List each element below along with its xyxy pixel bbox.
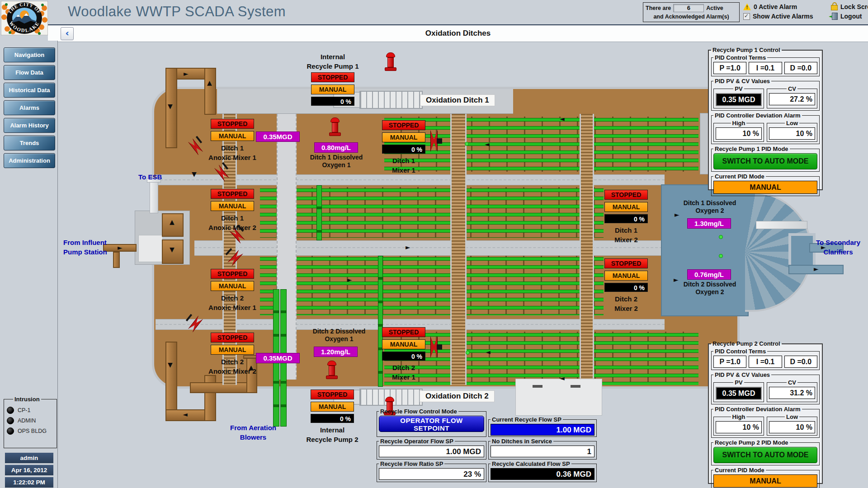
- label-line: To Secondary: [808, 238, 868, 247]
- pid-i-field[interactable]: I =0.1: [749, 356, 782, 368]
- recycle-flow-ratio-sp-group: Recycle Flow Ratio SP 23 %: [377, 460, 486, 482]
- pid-mode-group: Recycle Pump 2 PID Mode SWITCH TO AUTO M…: [711, 439, 820, 465]
- speed-box[interactable]: 0 %: [311, 97, 354, 106]
- label-line: Ditch 1 Dissolved: [675, 199, 744, 207]
- ditch1-do2-label: Ditch 1 Dissolved Oxygen 2: [675, 199, 744, 215]
- status-box[interactable]: STOPPED: [211, 189, 254, 199]
- label-line: Mixer 1: [370, 372, 438, 382]
- mode-box[interactable]: MANUAL: [311, 84, 354, 94]
- speed-box[interactable]: 0 %: [382, 145, 425, 154]
- sidebar-item-historical-data[interactable]: Historical Data: [4, 83, 55, 98]
- mode-box[interactable]: MANUAL: [382, 339, 425, 349]
- group-title: PID Controller Deviation Alarm: [713, 112, 802, 119]
- pid-d-field[interactable]: D =0.0: [784, 356, 817, 368]
- label-line: Anoxic Mixer 2: [198, 366, 266, 376]
- recycle-flow-ratio-sp-field[interactable]: 23 %: [379, 468, 484, 480]
- deviation-high-field[interactable]: 10 %: [716, 127, 762, 140]
- cv-label: CV: [787, 379, 797, 386]
- speed-box[interactable]: 0 %: [311, 414, 354, 423]
- sidebar-item-flow-data[interactable]: Flow Data: [4, 65, 55, 80]
- ditch1-do2-badge: 1.30mg/L: [687, 218, 731, 229]
- status-box[interactable]: STOPPED: [211, 119, 254, 129]
- alarm-count-field[interactable]: 6: [673, 4, 704, 12]
- mode-box[interactable]: MANUAL: [604, 202, 648, 212]
- current-recycle-flow-sp-value: 1.00 MGD: [491, 424, 594, 436]
- lock-screen[interactable]: Lock Screen: [831, 3, 868, 10]
- mode-box[interactable]: MANUAL: [211, 345, 254, 355]
- flow-arrow-right: ►: [118, 244, 123, 251]
- recycle-operator-flow-sp-field[interactable]: 1.00 MGD: [379, 446, 484, 457]
- status-box[interactable]: STOPPED: [311, 72, 354, 82]
- do-probe-ditch1-icon: [329, 117, 341, 136]
- sidebar-item-administration[interactable]: Administration: [4, 153, 55, 168]
- group-title: Recycle Calculated Flow SP: [491, 460, 571, 467]
- speed-box[interactable]: 0 %: [604, 283, 648, 292]
- speed-box[interactable]: 0 %: [604, 214, 648, 223]
- status-box[interactable]: STOPPED: [211, 333, 254, 343]
- show-active-alarms[interactable]: Show Active Alarms: [743, 13, 813, 20]
- alarm-summary-line2: and Acknowledged Alarm(s): [643, 13, 739, 20]
- show-alarms-checkbox[interactable]: [743, 13, 750, 20]
- pid-deviation-alarm-group: PID Controller Deviation Alarm High 10 %…: [711, 406, 820, 438]
- intrusion-title: Intrusion: [13, 396, 41, 403]
- status-box[interactable]: STOPPED: [382, 120, 425, 130]
- mode-box[interactable]: MANUAL: [211, 201, 254, 211]
- label-line: Oxygen 1: [302, 161, 371, 169]
- status-box[interactable]: STOPPED: [604, 190, 648, 200]
- ditch2-anoxic-mixer1-panel: STOPPED MANUAL Ditch 2 Anoxic Mixer 1: [211, 269, 254, 314]
- label-line: Anoxic Mixer 1: [198, 303, 266, 312]
- status-box[interactable]: STOPPED: [604, 258, 648, 268]
- recycle-pipe-corridor: [277, 114, 297, 380]
- deviation-high-field[interactable]: 10 %: [716, 421, 762, 433]
- low-label: Low: [785, 120, 799, 127]
- flow-arrow-right: ►: [184, 70, 189, 77]
- logout[interactable]: Logout: [832, 13, 862, 20]
- pv-value: 0.35 MGD: [716, 93, 762, 106]
- mixer-hub: [437, 138, 442, 144]
- group-title: Recycle Pump 2 PID Mode: [713, 439, 790, 446]
- deviation-low-field[interactable]: 10 %: [769, 421, 815, 433]
- mode-box[interactable]: MANUAL: [382, 132, 425, 142]
- status-led-icon: [7, 417, 14, 424]
- flow-arrow-left: ◄: [560, 116, 565, 122]
- status-dot: [719, 254, 723, 258]
- status-box[interactable]: STOPPED: [382, 327, 425, 337]
- operator-flow-setpoint-button[interactable]: OPERATOR FLOW SETPOINT: [379, 416, 484, 432]
- current-recycle-flow-sp-group: Current Recycle Flow SP 1.00 MGD: [488, 416, 597, 437]
- internal-recycle-pump1-panel: Internal Recycle Pump 1 STOPPED MANUAL 0…: [311, 52, 354, 108]
- internal-recycle-pump2-panel: STOPPED MANUAL 0 % Internal Recycle Pump…: [311, 389, 354, 446]
- overflow-pipe: [756, 221, 807, 229]
- mode-box[interactable]: MANUAL: [311, 402, 354, 412]
- sidebar-item-trends[interactable]: Trends: [4, 136, 55, 150]
- deviation-high-group: High 10 %: [713, 120, 764, 142]
- pid-mode-group: Recycle Pump 1 PID Mode SWITCH TO AUTO M…: [711, 145, 820, 172]
- sidebar-item-alarms[interactable]: Alarms: [4, 100, 55, 115]
- pv-label: PV: [733, 379, 744, 386]
- switch-to-auto-mode-button[interactable]: SWITCH TO AUTO MODE: [713, 447, 817, 463]
- speed-box[interactable]: 0 %: [382, 352, 425, 361]
- mode-box[interactable]: MANUAL: [604, 271, 648, 281]
- pid-p-field[interactable]: P =1.0: [713, 356, 746, 368]
- logged-in-user: admin: [5, 452, 54, 464]
- pid-d-field[interactable]: D =0.0: [784, 62, 817, 74]
- warning-icon: [743, 4, 751, 10]
- lock-screen-label: Lock Screen: [840, 3, 868, 10]
- ditch1-flow-badge: 0.35MGD: [256, 131, 300, 142]
- mode-box[interactable]: MANUAL: [211, 131, 254, 141]
- status-dot: [465, 142, 469, 146]
- group-title: PID PV & CV Values: [713, 371, 771, 378]
- status-box[interactable]: STOPPED: [311, 389, 354, 399]
- mode-box[interactable]: MANUAL: [211, 281, 254, 291]
- switch-to-auto-mode-button[interactable]: SWITCH TO AUTO MODE: [713, 153, 817, 169]
- status-box[interactable]: STOPPED: [211, 269, 254, 279]
- pid-p-field[interactable]: P =1.0: [713, 62, 746, 74]
- sidebar-item-alarm-history[interactable]: Alarm History: [4, 118, 55, 133]
- label-line: Ditch 1 Dissolved: [302, 154, 371, 161]
- deviation-low-field[interactable]: 10 %: [769, 127, 815, 140]
- sidebar-item-navigation[interactable]: Navigation: [4, 47, 55, 62]
- lock-icon: [831, 5, 838, 10]
- no-ditches-in-service-field[interactable]: 1: [491, 446, 594, 457]
- logout-icon: [832, 13, 838, 20]
- recycle-pump1-icon[interactable]: [384, 52, 397, 71]
- pid-i-field[interactable]: I =0.1: [749, 62, 782, 74]
